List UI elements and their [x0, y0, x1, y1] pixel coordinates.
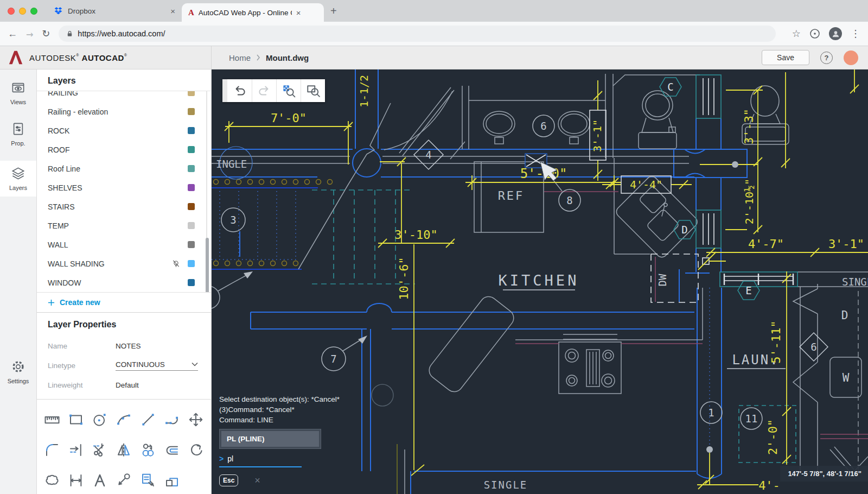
save-button[interactable]: Save: [762, 50, 809, 65]
layer-color-swatch[interactable]: [188, 260, 195, 267]
light-off-icon[interactable]: [172, 259, 180, 268]
layer-row[interactable]: ROOF: [37, 140, 211, 159]
rail-item-settings[interactable]: Settings: [0, 356, 36, 388]
forward-icon[interactable]: →: [26, 27, 33, 41]
tool-arc[interactable]: [112, 406, 136, 433]
lineweight-value[interactable]: Default: [116, 381, 139, 389]
close-command-icon[interactable]: ×: [254, 476, 260, 486]
layer-row[interactable]: WINDOW: [37, 273, 211, 292]
tab-label: Dropbox: [68, 7, 165, 15]
close-tab-icon[interactable]: ×: [296, 8, 301, 17]
layer-row[interactable]: WALL: [37, 235, 211, 254]
callout-hex-e: E: [745, 284, 751, 296]
layer-row[interactable]: WALL SHADING: [37, 254, 211, 273]
tool-offset[interactable]: [160, 436, 184, 464]
autocad-tab-icon: A: [188, 8, 194, 17]
views-icon: [11, 80, 25, 95]
zoom-window-button[interactable]: [301, 79, 325, 102]
tool-polyline[interactable]: [160, 406, 184, 433]
tool-line[interactable]: [136, 406, 160, 433]
layer-color-swatch[interactable]: [188, 91, 195, 96]
help-button[interactable]: ?: [820, 52, 833, 64]
command-autocomplete: PL (PLINE): [219, 429, 321, 449]
close-window-button[interactable]: [8, 8, 15, 15]
command-line-panel: Select destination object(s): *Cancel* (…: [219, 394, 340, 486]
tool-trim[interactable]: [88, 436, 112, 464]
dim-3-1-boxed: 3'-1": [591, 119, 604, 152]
layer-color-swatch[interactable]: [188, 203, 195, 210]
tool-mirror[interactable]: [112, 436, 136, 464]
tool-extend[interactable]: [64, 436, 88, 464]
rail-item-views[interactable]: Views: [0, 77, 36, 109]
tool-revision-cloud[interactable]: [40, 467, 64, 494]
new-tab-button[interactable]: +: [330, 5, 337, 17]
tool-move[interactable]: [184, 406, 208, 433]
layer-color-swatch[interactable]: [188, 222, 195, 229]
redo-button[interactable]: [252, 79, 276, 102]
maximize-window-button[interactable]: [30, 8, 37, 15]
dim-4-4: 4'-4": [630, 178, 662, 191]
browser-profile-avatar[interactable]: [829, 27, 842, 40]
close-tab-icon[interactable]: ×: [170, 7, 175, 16]
layer-row[interactable]: Railing - elevation: [37, 102, 211, 121]
command-input[interactable]: > pl: [219, 454, 302, 467]
toolbar-drag-handle[interactable]: [222, 79, 227, 102]
tool-measure[interactable]: [40, 406, 64, 433]
undo-icon: [233, 84, 247, 98]
back-icon[interactable]: ←: [8, 28, 17, 40]
rail-item-properties[interactable]: Prop.: [0, 118, 36, 150]
tool-dimension[interactable]: [64, 467, 88, 494]
drawing-canvas[interactable]: 7'-0" 1-1/2 5'-10" 4'-4" 3'-10" 10'-6" 3…: [212, 69, 868, 494]
plus-icon: [48, 299, 55, 306]
user-avatar[interactable]: [844, 50, 858, 65]
browser-action-icon[interactable]: [809, 28, 820, 39]
layer-color-swatch[interactable]: [188, 184, 195, 191]
reload-icon[interactable]: ↻: [42, 28, 50, 40]
callout-1: 1: [708, 407, 714, 419]
counter-accent-layer: [515, 192, 868, 439]
tool-rotate[interactable]: [184, 436, 208, 464]
create-layer-button[interactable]: Create new: [37, 292, 211, 312]
tool-rectangle[interactable]: [64, 406, 88, 433]
layer-row[interactable]: TEMP: [37, 216, 211, 235]
layer-row[interactable]: STAIRS: [37, 197, 211, 216]
layer-row[interactable]: Roof Line: [37, 159, 211, 178]
layer-color-swatch[interactable]: [188, 165, 195, 172]
extend-icon: [68, 442, 84, 458]
name-value[interactable]: NOTES: [116, 342, 141, 350]
layer-color-swatch[interactable]: [188, 108, 195, 115]
tool-scale[interactable]: [160, 467, 184, 494]
tool-leader[interactable]: [112, 467, 136, 494]
tab-dropbox[interactable]: Dropbox ×: [47, 0, 182, 22]
command-history-line: Select destination object(s): *Cancel*: [219, 394, 340, 404]
bookmark-star-icon[interactable]: ☆: [792, 28, 801, 40]
zoom-extents-button[interactable]: [276, 79, 301, 102]
breadcrumb-home-link[interactable]: Home: [229, 53, 251, 62]
layer-color-swatch[interactable]: [188, 127, 195, 134]
autodesk-autocad-logo: AUTODESK® AUTOCAD®: [0, 46, 212, 69]
chevron-right-icon: [256, 54, 260, 61]
circle-icon: [92, 411, 108, 428]
rail-item-layers[interactable]: Layers: [0, 161, 36, 197]
layer-color-swatch[interactable]: [188, 241, 195, 248]
tool-text[interactable]: [88, 467, 112, 494]
layer-row[interactable]: ROCK: [37, 121, 211, 140]
minimize-window-button[interactable]: [19, 8, 26, 15]
layer-color-swatch[interactable]: [188, 146, 195, 153]
linetype-dropdown[interactable]: CONTINUOUS: [116, 360, 198, 371]
scrollbar-thumb[interactable]: [206, 238, 209, 292]
layer-row[interactable]: RAILING: [37, 91, 211, 102]
esc-button[interactable]: Esc: [219, 474, 238, 486]
layer-row[interactable]: SHELVES: [37, 178, 211, 197]
undo-button[interactable]: [227, 79, 252, 102]
tab-autocad[interactable]: A AutoCAD Web App - Online CA ×: [182, 3, 324, 22]
address-bar[interactable]: https://web.autocad.com/: [59, 26, 776, 42]
tool-match-properties[interactable]: [136, 467, 160, 494]
tool-circle[interactable]: [88, 406, 112, 433]
autocomplete-option[interactable]: PL (PLINE): [221, 431, 319, 447]
browser-menu-icon[interactable]: ⋮: [851, 28, 860, 40]
chevron-down-icon: [192, 362, 198, 366]
tool-fillet[interactable]: [40, 436, 64, 464]
tool-copy[interactable]: [136, 436, 160, 464]
layer-color-swatch[interactable]: [188, 279, 195, 286]
